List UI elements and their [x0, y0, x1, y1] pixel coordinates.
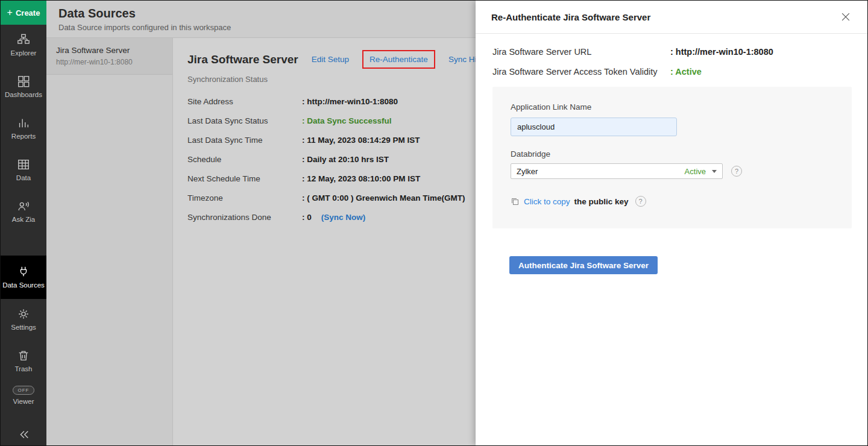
sidebar-item-label: Trash: [15, 365, 33, 374]
reauth-panel-title: Re-Authenticate Jira Software Server: [491, 12, 650, 22]
close-icon: [840, 14, 852, 25]
row-label: Synchronizations Done: [187, 213, 302, 222]
sidebar-item-dashboards[interactable]: Dashboards: [1, 66, 46, 108]
reauth-panel-body: Jira Software Server URL http://mer-win1…: [476, 34, 867, 274]
chevron-down-icon: [712, 170, 717, 173]
create-button-label: Create: [16, 8, 40, 17]
row-value: ( GMT 0:00 ) Greenwich Mean Time(GMT): [302, 193, 465, 203]
sidebar-nav: Explorer Dashboards Reports Data: [1, 25, 46, 406]
row-value: Data Sync Successful: [302, 116, 392, 125]
data-table-icon: [17, 158, 30, 171]
close-panel-button[interactable]: [840, 11, 852, 23]
trash-icon: [17, 349, 30, 362]
reauth-panel: Re-Authenticate Jira Software Server Jir…: [476, 1, 867, 445]
ask-zia-icon: [17, 199, 30, 213]
explorer-icon: [17, 33, 30, 46]
sidebar-item-label: Reports: [11, 133, 36, 141]
viewer-toggle[interactable]: OFF: [13, 386, 34, 395]
sidebar: + Create Explorer Dashboards Reports: [1, 1, 46, 445]
sidebar-item-reports[interactable]: Reports: [1, 108, 46, 149]
sidebar-item-label: Data Sources: [2, 281, 45, 290]
reauth-panel-header: Re-Authenticate Jira Software Server: [476, 1, 867, 34]
create-button[interactable]: + Create: [1, 1, 46, 25]
source-name: Jira Software Server: [56, 46, 163, 55]
copy-icon[interactable]: [511, 197, 520, 206]
row-label: Schedule: [187, 155, 302, 164]
gear-icon: [17, 307, 30, 321]
row-value: http://mer-win10-1:8080: [302, 97, 398, 106]
reauth-form-box: Application Link Name Databridge Zylker …: [492, 87, 852, 228]
databridge-help-icon[interactable]: ?: [731, 166, 742, 177]
info-label: Jira Software Server URL: [492, 47, 670, 57]
info-label: Jira Software Server Access Token Validi…: [492, 67, 670, 77]
collapse-sidebar-button[interactable]: [1, 424, 46, 445]
row-label: Last Data Sync Time: [187, 136, 302, 145]
row-value: Daily at 20:10 hrs IST: [302, 155, 389, 164]
databridge-row: Zylker Active ?: [511, 163, 834, 179]
sidebar-item-ask-zia[interactable]: Ask Zia: [1, 191, 46, 233]
sidebar-item-data[interactable]: Data: [1, 149, 46, 191]
data-source-list: Jira Software Server http://mer-win10-1:…: [46, 38, 173, 445]
reports-icon: [17, 116, 30, 130]
authenticate-button[interactable]: Authenticate Jira Software Server: [509, 256, 658, 274]
sidebar-item-settings[interactable]: Settings: [1, 299, 46, 341]
databridge-label: Databridge: [511, 149, 834, 159]
row-label: Site Address: [187, 97, 302, 106]
sidebar-item-label: Settings: [11, 324, 36, 332]
info-value: Active: [670, 67, 702, 77]
edit-setup-link[interactable]: Edit Setup: [312, 55, 349, 64]
source-list-item-jira[interactable]: Jira Software Server http://mer-win10-1:…: [46, 38, 172, 75]
app-link-name-label: Application Link Name: [511, 102, 591, 111]
row-value: 11 May, 2023 08:14:29 PM IST: [302, 136, 420, 145]
row-value: 0: [302, 213, 312, 222]
info-value: http://mer-win10-1:8080: [670, 47, 773, 57]
click-to-copy-link[interactable]: Click to copy: [524, 197, 570, 206]
sidebar-item-data-sources[interactable]: Data Sources: [1, 256, 46, 299]
detail-title: Jira Software Server: [187, 53, 298, 66]
public-key-help-icon[interactable]: ?: [635, 196, 646, 207]
app-window: + Create Explorer Dashboards Reports: [0, 0, 868, 446]
sidebar-item-trash[interactable]: Trash: [1, 341, 46, 382]
databridge-status: Active: [685, 167, 706, 176]
viewer-label: Viewer: [13, 398, 34, 406]
dashboards-icon: [17, 75, 30, 88]
row-label: Timezone: [187, 193, 302, 203]
sidebar-item-label: Explorer: [11, 49, 37, 58]
sidebar-divider: [1, 233, 46, 256]
info-row-token-validity: Jira Software Server Access Token Validi…: [492, 67, 852, 77]
databridge-selected-value: Zylker: [517, 167, 685, 176]
row-label: Next Schedule Time: [187, 174, 302, 183]
viewer-toggle-block[interactable]: OFF Viewer: [1, 386, 46, 406]
collapse-arrows-icon: [17, 428, 30, 441]
sidebar-item-label: Ask Zia: [12, 216, 35, 224]
sidebar-item-explorer[interactable]: Explorer: [1, 25, 46, 66]
data-sources-icon: [17, 265, 30, 278]
sidebar-item-label: Dashboards: [5, 91, 42, 99]
sync-now-link[interactable]: (Sync Now): [321, 213, 366, 222]
public-key-copy-row: Click to copy the public key ?: [511, 196, 834, 207]
row-label: Last Data Sync Status: [187, 116, 302, 125]
info-row-server-url: Jira Software Server URL http://mer-win1…: [492, 47, 852, 57]
sidebar-item-label: Data: [16, 174, 31, 183]
row-value: 12 May, 2023 08:10:00 PM IST: [302, 174, 420, 183]
application-link-name-input[interactable]: [511, 118, 677, 136]
source-url: http://mer-win10-1:8080: [56, 58, 163, 66]
public-key-text: the public key: [574, 197, 629, 206]
plus-icon: +: [7, 8, 13, 17]
databridge-select[interactable]: Zylker Active: [511, 163, 723, 179]
re-authenticate-link[interactable]: Re-Authenticate: [362, 50, 435, 69]
